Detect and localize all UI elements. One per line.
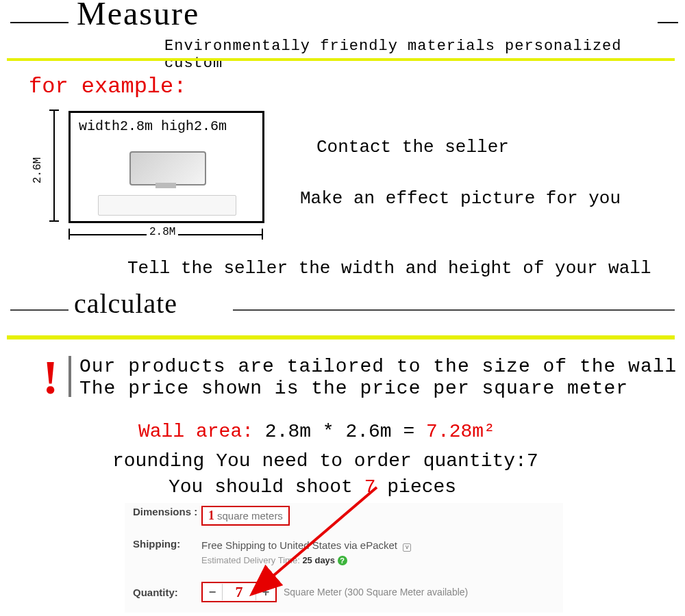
quantity-stepper: − 7 +	[201, 582, 277, 602]
quantity-minus-button[interactable]: −	[203, 584, 223, 600]
shipping-line: Free Shipping to United States via ePack…	[201, 539, 397, 551]
help-icon[interactable]: ?	[338, 556, 347, 565]
effect-picture-text: Make an effect picture for you	[300, 188, 621, 209]
measure-heading: Measure	[77, 0, 199, 32]
shoot-number: 7	[364, 476, 376, 498]
tv-icon	[129, 151, 206, 185]
quantity-available: Square Meter (300 Square Meter available…	[284, 587, 468, 598]
tell-seller-text: Tell the seller the width and height of …	[127, 258, 651, 279]
exclamation-icon: !	[42, 350, 58, 405]
dim-h-cap-left	[68, 229, 70, 240]
for-example-label: for example:	[29, 74, 186, 99]
quantity-value[interactable]: 7	[223, 583, 256, 601]
dimensions-label: Dimensions :	[133, 506, 201, 517]
quantity-label: Quantity:	[133, 587, 201, 598]
shoot-pre: You should shoot	[169, 476, 364, 498]
order-form: Dimensions : 1 square meters Shipping: F…	[125, 503, 563, 613]
contact-seller-text: Contact the seller	[316, 137, 509, 157]
calculate-heading: calculate	[74, 287, 177, 320]
rule-left	[10, 22, 68, 23]
shipping-eta-days: 25 days	[302, 555, 335, 565]
shipping-label: Shipping:	[133, 538, 201, 550]
dim-vertical-line	[53, 111, 55, 220]
dim-h-label: 2.8M	[147, 226, 178, 238]
dim-v-cap-bot	[49, 220, 59, 222]
tv-console-icon	[98, 195, 236, 216]
shipping-dropdown-icon[interactable]: v	[403, 543, 411, 552]
rule-right	[658, 22, 678, 23]
rounding-line: rounding You need to order quantity:7	[112, 450, 538, 472]
subheading: Environmentally friendly materials perso…	[164, 38, 685, 72]
shoot-line: You should shoot 7 pieces	[169, 476, 456, 498]
shoot-post: pieces	[375, 476, 456, 498]
dimensions-value: 1	[208, 509, 214, 523]
note-divider	[68, 356, 71, 397]
wall-area-line: Wall area: 2.8m * 2.6m = 7.28m²	[138, 421, 495, 442]
wall-area-result: 7.28m²	[426, 421, 495, 442]
dimensions-unit: square meters	[217, 510, 283, 522]
wall-area-label: Wall area:	[138, 421, 253, 442]
dim-h-cap-right	[262, 229, 263, 240]
calc-rule-right	[233, 309, 675, 311]
quantity-plus-button[interactable]: +	[256, 584, 275, 600]
calc-rule-left	[10, 309, 68, 311]
dimensions-select[interactable]: 1 square meters	[201, 506, 290, 526]
wall-area-calc: 2.8m * 2.6m =	[253, 421, 426, 442]
shipping-eta-pre: Estimated Delivery Time:	[201, 555, 302, 565]
note-line-1: Our products are tailored to the size of…	[79, 356, 677, 377]
wall-dimensions-label: width2.8m high2.6m	[79, 118, 227, 134]
wall-box: width2.8m high2.6m	[68, 111, 264, 223]
tv-stand-icon	[155, 183, 176, 188]
wall-diagram: 2.6M width2.8m high2.6m 2.8M	[44, 108, 277, 245]
yellow-rule-2	[7, 335, 675, 339]
note-line-2: The price shown is the price per square …	[79, 378, 628, 399]
dim-v-label: 2.6M	[32, 157, 44, 183]
yellow-rule-1	[7, 58, 675, 61]
dim-v-cap-top	[49, 110, 59, 111]
